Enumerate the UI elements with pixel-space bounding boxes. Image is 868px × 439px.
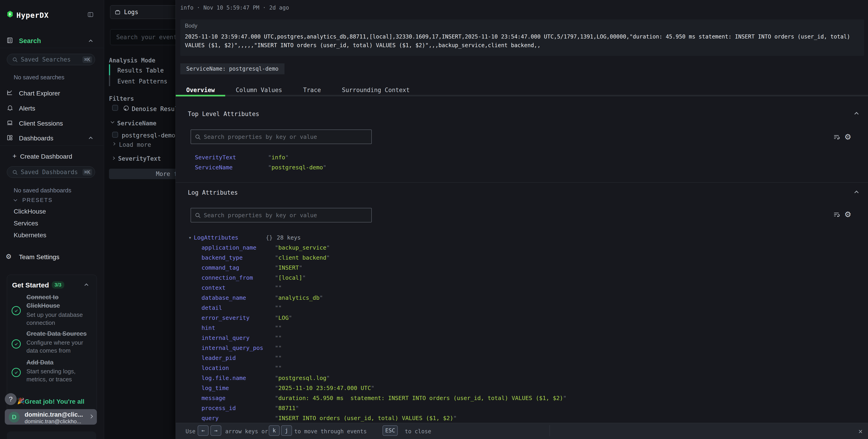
tab-surrounding-context[interactable]: Surrounding Context	[332, 84, 420, 95]
line-wrap-icon[interactable]	[833, 211, 840, 218]
sidebar-item-team-settings[interactable]: Team Settings	[19, 253, 59, 261]
preset-dashboard-link[interactable]: Services	[14, 220, 46, 227]
filter-group-servicename[interactable]: ServiceName	[117, 120, 156, 127]
tab-trace[interactable]: Trace	[293, 84, 332, 95]
step-title[interactable]: Connect to ClickHouse	[26, 293, 90, 310]
attribute-key[interactable]: message	[202, 395, 225, 401]
sidebar-item-chart-explorer[interactable]: Chart Explorer	[19, 90, 60, 97]
collapse-sidebar-icon[interactable]	[87, 11, 94, 18]
attribute-value[interactable]	[275, 345, 282, 351]
preset-dashboard-link[interactable]: Kubernetes	[14, 231, 46, 239]
severitytext-expand-chevron-icon[interactable]	[112, 157, 115, 160]
dashboards-icon	[6, 134, 13, 141]
presets-label[interactable]: PRESETS	[22, 197, 53, 203]
dashboards-collapse-chevron-icon[interactable]	[89, 137, 93, 140]
attribute-key[interactable]: hint	[202, 324, 215, 331]
saved-dashboards-input[interactable]	[21, 167, 78, 178]
attributes-settings-gear-icon[interactable]: ⚙	[845, 132, 851, 141]
top-attributes-search-input[interactable]	[204, 130, 363, 144]
attribute-key[interactable]: application_name	[202, 244, 256, 251]
denoise-checkbox[interactable]	[112, 105, 118, 111]
attribute-key[interactable]: SeverityText	[195, 154, 236, 161]
attribute-value[interactable]: 88711	[275, 405, 299, 411]
attribute-key[interactable]: command_tag	[202, 264, 239, 271]
preset-dashboard-link[interactable]: ClickHouse	[14, 208, 46, 215]
servicename-expand-chevron-icon[interactable]	[111, 120, 115, 124]
attribute-key[interactable]: internal_query	[202, 335, 250, 341]
attribute-key[interactable]: log.file.name	[202, 375, 246, 381]
search-collapse-chevron-icon[interactable]	[89, 40, 93, 43]
attribute-value[interactable]: [local]	[275, 275, 306, 281]
step-title[interactable]: Add Data	[26, 358, 90, 367]
attribute-key[interactable]: ServiceName	[195, 164, 233, 171]
attribute-row: leader_pid	[202, 355, 851, 365]
tab-column-values[interactable]: Column Values	[225, 84, 293, 95]
chevron-right-icon	[89, 415, 93, 418]
attribute-value[interactable]	[275, 355, 282, 361]
saved-searches-input-wrap: ⌘K	[7, 54, 95, 65]
mode-event-patterns[interactable]: Event Patterns	[117, 78, 167, 85]
attribute-value[interactable]: LOG	[275, 315, 292, 321]
close-drawer-icon[interactable]: ✕	[859, 427, 863, 435]
sidebar-item-search[interactable]: Search	[19, 37, 41, 45]
sidebar-item-dashboards[interactable]: Dashboards	[19, 135, 53, 142]
body-label: Body	[185, 23, 197, 29]
create-dashboard-button[interactable]: Create Dashboard	[20, 153, 72, 160]
attribute-value[interactable]	[275, 284, 282, 291]
attribute-row: log.file.name postgresql.log	[202, 375, 851, 385]
client-sessions-icon	[6, 120, 13, 126]
attribute-row: SeverityText info	[195, 154, 833, 164]
attribute-key[interactable]: backend_type	[202, 254, 243, 261]
attribute-key[interactable]: connection_from	[202, 275, 253, 281]
log-attributes-collapse-chevron-icon[interactable]	[854, 191, 859, 195]
tab-overview[interactable]: Overview	[176, 84, 225, 95]
attribute-value[interactable]: 2025-11-10 23:59:47.000 UTC	[275, 385, 374, 391]
attribute-value[interactable]	[275, 324, 282, 331]
user-menu[interactable]: D dominic.tran@clic... dominic.tran@clic…	[5, 409, 97, 425]
attribute-key[interactable]: database_name	[202, 294, 246, 301]
attribute-key[interactable]: process_id	[202, 405, 236, 411]
footer-use-text: Use	[186, 428, 195, 435]
postgresql-demo-checkbox[interactable]	[112, 132, 118, 138]
service-name-chip[interactable]: ServiceName: postgresql-demo	[180, 63, 284, 74]
attribute-key[interactable]: internal_query_pos	[202, 345, 263, 351]
attribute-value[interactable]	[275, 335, 282, 341]
attribute-value[interactable]: analytics_db	[275, 294, 323, 301]
attribute-value[interactable]: postgresql-demo	[268, 164, 327, 171]
attribute-value[interactable]	[275, 365, 282, 371]
shortcut-badge: ⌘K	[83, 56, 92, 63]
attribute-value[interactable]	[275, 305, 282, 311]
attribute-value[interactable]: client backend	[275, 254, 330, 261]
step-title[interactable]: Create Data Sources	[26, 330, 90, 338]
log-attributes-search-input[interactable]	[204, 208, 363, 222]
logattributes-expand-triangle-icon[interactable]: ▾	[188, 235, 191, 241]
attribute-key[interactable]: query	[202, 415, 219, 421]
attribute-key[interactable]: context	[202, 284, 225, 291]
attribute-row: detail	[202, 305, 851, 315]
attribute-value[interactable]: INSERT INTO orders (user_id, total) VALU…	[275, 415, 457, 421]
sidebar-item-client-sessions[interactable]: Client Sessions	[19, 120, 63, 127]
help-button[interactable]: ?	[5, 393, 17, 405]
mode-results-table[interactable]: Results Table	[117, 67, 164, 74]
attribute-key[interactable]: log_time	[202, 385, 229, 391]
sidebar-item-alerts[interactable]: Alerts	[19, 105, 35, 112]
top-attributes-collapse-chevron-icon[interactable]	[854, 112, 859, 116]
logattributes-root-key[interactable]: LogAttributes	[194, 234, 239, 241]
attribute-key[interactable]: leader_pid	[202, 355, 236, 361]
load-more-button[interactable]: Load more	[119, 141, 151, 148]
saved-searches-input[interactable]	[21, 54, 78, 65]
attribute-value[interactable]: duration: 45.950 ms statement: INSERT IN…	[275, 395, 566, 401]
attribute-value[interactable]: INSERT	[275, 264, 302, 271]
attribute-key[interactable]: detail	[202, 305, 222, 311]
attribute-key[interactable]: error_severity	[202, 315, 250, 321]
filter-value-postgresql-demo[interactable]: postgresql-demo	[122, 132, 175, 139]
get-started-collapse-chevron-icon[interactable]	[85, 284, 88, 287]
line-wrap-icon[interactable]	[833, 133, 840, 140]
attribute-value[interactable]: postgresql.log	[275, 375, 330, 381]
filter-group-severitytext[interactable]: SeverityText	[118, 155, 161, 162]
attribute-value[interactable]: info	[268, 154, 288, 161]
attribute-value[interactable]: backup_service	[275, 244, 330, 251]
presets-chevron-icon[interactable]	[14, 198, 17, 201]
attribute-key[interactable]: location	[202, 365, 229, 371]
attributes-settings-gear-icon[interactable]: ⚙	[845, 209, 851, 219]
